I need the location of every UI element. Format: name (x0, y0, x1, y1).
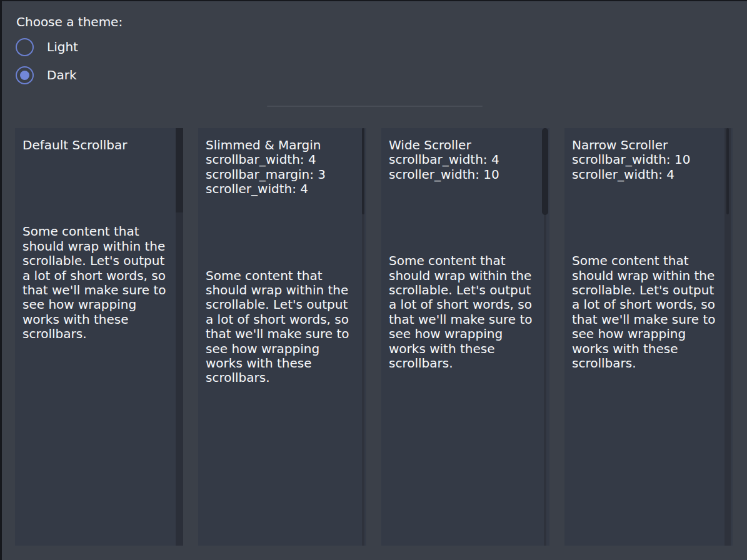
window-edge-left (0, 0, 2, 560)
scrollbar-thumb[interactable] (542, 128, 548, 215)
panel-title: Wide Scroller scrollbar_width: 4 scrolle… (389, 138, 536, 182)
theme-chooser-label: Choose a theme: (16, 15, 123, 29)
scrollbar-thumb[interactable] (362, 128, 364, 214)
divider (267, 106, 483, 107)
panel-body-text: Some content that should wrap within the… (389, 254, 536, 371)
panel-title: Slimmed & Margin scrollbar_width: 4 scro… (206, 138, 353, 197)
window-edge-top (0, 0, 747, 1)
scrollbar-thumb[interactable] (726, 128, 729, 214)
panel-body-text: Some content that should wrap within the… (572, 254, 719, 371)
radio-option-light[interactable]: Light (16, 38, 78, 56)
scroll-panel-default[interactable]: Default Scrollbar Some content that shou… (15, 128, 183, 546)
radio-light-label[interactable]: Light (47, 40, 78, 54)
radio-light-icon[interactable] (16, 38, 34, 56)
panel-body-text: Some content that should wrap within the… (23, 224, 169, 341)
scroll-panel-narrow-scroller[interactable]: Narrow Scroller scrollbar_width: 10 scro… (564, 128, 733, 546)
radio-selected-dot (20, 71, 29, 80)
panel-text: Narrow Scroller scrollbar_width: 10 scro… (572, 138, 719, 371)
panel-text: Wide Scroller scrollbar_width: 4 scrolle… (389, 138, 536, 371)
scroll-panel-slimmed-margin[interactable]: Slimmed & Margin scrollbar_width: 4 scro… (198, 128, 366, 546)
panel-body-text: Some content that should wrap within the… (206, 269, 353, 386)
panel-title: Default Scrollbar (23, 138, 169, 152)
radio-dark-icon[interactable] (16, 66, 34, 84)
scrollbar-thumb[interactable] (176, 128, 183, 212)
scroll-panel-wide-scroller[interactable]: Wide Scroller scrollbar_width: 4 scrolle… (381, 128, 549, 546)
panel-title: Narrow Scroller scrollbar_width: 10 scro… (572, 138, 719, 182)
app: Choose a theme: Light Dark Default Scrol… (0, 0, 747, 560)
panel-text: Slimmed & Margin scrollbar_width: 4 scro… (206, 138, 353, 386)
radio-option-dark[interactable]: Dark (16, 66, 76, 84)
panel-text: Default Scrollbar Some content that shou… (23, 138, 169, 342)
radio-dark-label[interactable]: Dark (47, 68, 76, 82)
